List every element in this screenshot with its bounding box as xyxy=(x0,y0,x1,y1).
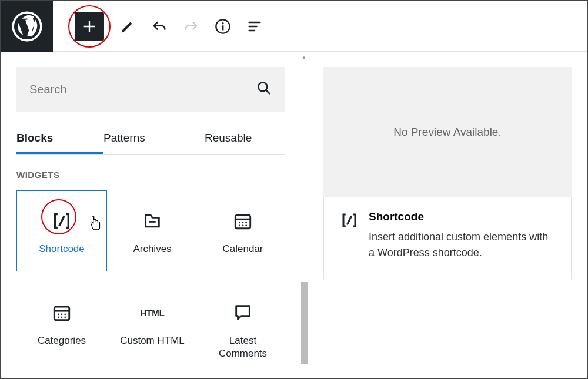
undo-button[interactable] xyxy=(143,11,175,42)
block-latest-comments[interactable]: Latest Comments xyxy=(198,282,288,363)
scrollbar[interactable]: ▲ xyxy=(300,53,308,379)
wordpress-logo[interactable] xyxy=(1,1,53,52)
svg-point-15 xyxy=(64,313,66,315)
svg-point-6 xyxy=(239,222,240,223)
main-area: Blocks Patterns Reusable WIDGETS Shortco… xyxy=(1,52,587,379)
tab-patterns[interactable]: Patterns xyxy=(103,125,205,154)
shortcode-icon xyxy=(52,204,72,238)
comment-icon xyxy=(233,296,253,330)
svg-point-18 xyxy=(64,316,66,318)
cursor-hand-icon xyxy=(89,216,102,231)
svg-point-2 xyxy=(222,22,223,24)
block-shortcode[interactable]: Shortcode xyxy=(16,190,107,271)
svg-point-17 xyxy=(61,316,63,318)
section-heading-widgets: WIDGETS xyxy=(16,170,285,180)
undo-icon xyxy=(151,18,168,35)
block-label: Latest Comments xyxy=(219,334,267,360)
block-archives[interactable]: Archives xyxy=(107,190,198,271)
block-inserter-panel: Blocks Patterns Reusable WIDGETS Shortco… xyxy=(1,52,300,379)
plus-icon xyxy=(81,18,98,35)
outline-button[interactable] xyxy=(239,11,270,42)
svg-point-14 xyxy=(61,313,63,315)
html-icon: HTML xyxy=(140,296,165,330)
block-detail-title: Shortcode xyxy=(369,210,554,223)
block-label: Categories xyxy=(38,334,86,347)
block-custom-html[interactable]: HTML Custom HTML xyxy=(107,282,198,363)
editor-toolbar xyxy=(53,4,270,49)
top-toolbar xyxy=(1,1,587,52)
block-detail: Shortcode Insert additional custom eleme… xyxy=(323,197,572,279)
scroll-up-icon: ▲ xyxy=(300,54,308,61)
svg-point-10 xyxy=(242,224,244,226)
pencil-icon xyxy=(119,18,136,35)
shortcode-icon xyxy=(340,210,358,261)
svg-rect-12 xyxy=(54,307,69,320)
block-label: Archives xyxy=(133,243,171,256)
tab-reusable[interactable]: Reusable xyxy=(205,125,281,154)
blocks-grid: Shortcode Archives Calendar Categories xyxy=(16,190,285,363)
block-label: Custom HTML xyxy=(120,334,185,347)
block-detail-description: Insert additional custom elements with a… xyxy=(369,229,554,261)
add-block-button[interactable] xyxy=(75,12,104,41)
search-input[interactable] xyxy=(29,83,272,96)
calendar-icon xyxy=(233,204,253,238)
info-icon xyxy=(215,18,231,35)
tab-blocks[interactable]: Blocks xyxy=(16,125,103,154)
redo-button[interactable] xyxy=(175,11,207,42)
svg-point-16 xyxy=(58,316,59,318)
svg-point-11 xyxy=(245,224,247,226)
add-block-button-wrap xyxy=(67,4,112,49)
info-button[interactable] xyxy=(207,11,239,42)
inserter-tabs: Blocks Patterns Reusable xyxy=(16,125,285,155)
list-outline-icon xyxy=(246,18,263,35)
search-icon xyxy=(256,81,272,98)
categories-icon xyxy=(52,296,72,330)
svg-point-8 xyxy=(245,222,247,223)
preview-panel: No Preview Available. Shortcode Insert a… xyxy=(309,52,587,379)
svg-point-13 xyxy=(58,313,59,315)
block-calendar[interactable]: Calendar xyxy=(198,190,288,271)
edit-button[interactable] xyxy=(112,11,143,42)
scrollbar-thumb[interactable] xyxy=(301,282,308,364)
block-label: Calendar xyxy=(223,243,263,256)
block-categories[interactable]: Categories xyxy=(16,282,107,363)
redo-icon xyxy=(183,18,199,35)
svg-point-7 xyxy=(242,222,244,223)
archives-icon xyxy=(142,204,162,238)
block-label: Shortcode xyxy=(39,243,85,256)
wordpress-icon xyxy=(12,11,42,42)
svg-rect-3 xyxy=(222,25,224,30)
svg-point-9 xyxy=(239,224,240,226)
search-box xyxy=(16,67,285,112)
no-preview-text: No Preview Available. xyxy=(393,126,501,139)
preview-area: No Preview Available. xyxy=(323,67,572,197)
